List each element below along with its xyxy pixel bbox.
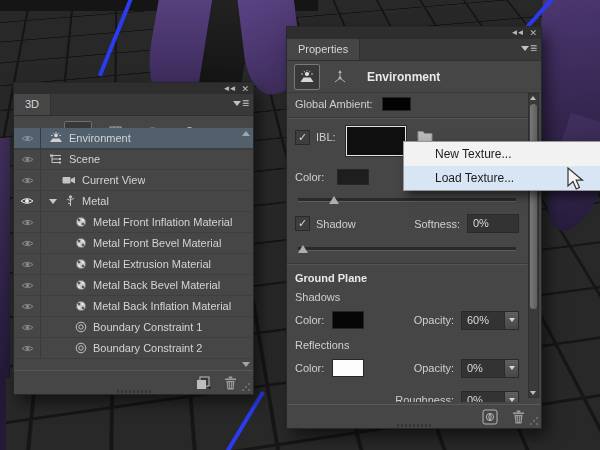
- environment-properties-button[interactable]: [294, 64, 320, 90]
- ibl-texture-well[interactable]: [346, 126, 406, 156]
- tree-row-label: Current View: [82, 174, 145, 186]
- 3d-panel-footer: [14, 370, 253, 394]
- ibl-color-swatch[interactable]: [337, 169, 369, 185]
- visibility-eye-icon[interactable]: [14, 317, 41, 337]
- trash-icon[interactable]: [224, 376, 237, 390]
- properties-footer: [287, 404, 541, 428]
- shadows-label: Shadows: [295, 291, 340, 303]
- tree-row-constraint[interactable]: Boundary Constraint 1: [14, 317, 253, 338]
- collapse-panel-icon[interactable]: ◄◄: [511, 29, 523, 37]
- coordinates-button[interactable]: [327, 64, 353, 90]
- 3d-panel: ◄◄ ✕ 3D ≡: [13, 82, 254, 395]
- close-panel-icon[interactable]: ✕: [529, 29, 537, 37]
- photoshop-3d-workspace: ◄◄ ✕ 3D ≡: [0, 0, 600, 450]
- gp-shadow-opacity-field[interactable]: 60%: [461, 311, 505, 330]
- tree-row-material[interactable]: Metal Back Bevel Material: [14, 275, 253, 296]
- scroll-up-icon[interactable]: [242, 131, 250, 136]
- shadow-checkbox[interactable]: ✓: [295, 216, 310, 231]
- material-sphere-icon: [75, 300, 87, 312]
- 3d-scene-tree: Environment Scene: [14, 128, 253, 359]
- gp-shadow-opacity-label: Opacity:: [414, 314, 454, 326]
- properties-body: Global Ambient: ✓ IBL: Color:: [287, 91, 541, 402]
- panel-resize-grip[interactable]: [528, 415, 540, 427]
- slider-thumb[interactable]: [298, 245, 308, 253]
- ibl-checkbox[interactable]: ✓: [295, 130, 310, 145]
- constraint-icon: [75, 342, 87, 354]
- menu-item-new-texture[interactable]: New Texture...: [404, 142, 600, 166]
- expand-collapse-triangle[interactable]: [49, 199, 57, 204]
- properties-titlebar[interactable]: ◄◄ ✕: [287, 27, 541, 39]
- tree-row-metal[interactable]: Metal: [14, 191, 253, 212]
- scrollbar-thumb[interactable]: [530, 104, 537, 309]
- panel-resize-grip[interactable]: [240, 381, 252, 393]
- tab-properties[interactable]: Properties: [287, 39, 360, 60]
- visibility-eye-icon[interactable]: [14, 212, 41, 232]
- scroll-down-icon[interactable]: [242, 362, 250, 367]
- tree-row-label: Environment: [69, 132, 131, 144]
- purple-3d-object: [0, 368, 6, 450]
- gp-shadow-color-swatch[interactable]: [332, 311, 364, 329]
- material-sphere-icon: [75, 237, 87, 249]
- render-sphere-icon[interactable]: [482, 409, 499, 425]
- gp-reflection-color-label: Color:: [295, 362, 324, 374]
- collapse-panel-icon[interactable]: ◄◄: [223, 85, 235, 93]
- tab-3d[interactable]: 3D: [14, 94, 51, 115]
- scroll-down-icon[interactable]: [530, 391, 536, 395]
- visibility-eye-icon[interactable]: [14, 275, 41, 295]
- gp-shadow-color-label: Color:: [295, 314, 324, 326]
- mouse-cursor: [566, 167, 586, 193]
- global-ambient-color-swatch[interactable]: [382, 97, 411, 111]
- properties-tabstrip: Properties ≡: [287, 39, 541, 61]
- visibility-eye-icon[interactable]: [14, 149, 41, 169]
- visibility-eye-icon[interactable]: [14, 233, 41, 253]
- roughness-field[interactable]: 0%: [461, 391, 505, 403]
- tree-row-material[interactable]: Metal Front Bevel Material: [14, 233, 253, 254]
- tree-row-constraint[interactable]: Boundary Constraint 2: [14, 338, 253, 359]
- environment-icon: [299, 70, 315, 84]
- scroll-up-icon[interactable]: [530, 96, 536, 100]
- roughness-dropdown[interactable]: [505, 391, 519, 403]
- mesh-object-icon: [65, 195, 76, 207]
- tree-row-label: Metal Extrusion Material: [93, 258, 211, 270]
- properties-header: Environment: [287, 61, 541, 93]
- gp-reflection-opacity-field[interactable]: 0%: [461, 359, 505, 378]
- softness-field[interactable]: 0%: [467, 214, 519, 233]
- shadow-softness-slider[interactable]: [298, 247, 516, 251]
- gp-shadow-opacity-dropdown[interactable]: [505, 311, 519, 330]
- tree-row-material[interactable]: Metal Extrusion Material: [14, 254, 253, 275]
- panel-menu-icon[interactable]: ≡: [233, 98, 249, 108]
- gp-reflection-opacity-dropdown[interactable]: [505, 359, 519, 378]
- tree-row-material[interactable]: Metal Back Inflation Material: [14, 296, 253, 317]
- gp-reflection-color-swatch[interactable]: [332, 359, 364, 377]
- 3d-panel-titlebar[interactable]: ◄◄ ✕: [14, 83, 253, 94]
- trash-icon[interactable]: [512, 410, 525, 424]
- tree-row-current-view[interactable]: Current View: [14, 170, 253, 191]
- tree-row-scene[interactable]: Scene: [14, 149, 253, 170]
- panel-menu-icon[interactable]: ≡: [521, 43, 537, 53]
- visibility-eye-icon[interactable]: [14, 254, 41, 274]
- visibility-eye-icon[interactable]: [14, 170, 41, 190]
- properties-scrollbar[interactable]: [528, 93, 539, 398]
- properties-panel: ◄◄ ✕ Properties ≡: [286, 26, 542, 429]
- ibl-color-label: Color:: [295, 171, 324, 183]
- panel-drag-handle[interactable]: [397, 424, 431, 427]
- roughness-label: Roughness:: [395, 394, 454, 402]
- slider-thumb[interactable]: [329, 196, 339, 204]
- tree-row-label: Metal Front Bevel Material: [93, 237, 221, 249]
- tree-row-material[interactable]: Metal Front Inflation Material: [14, 212, 253, 233]
- close-panel-icon[interactable]: ✕: [241, 85, 249, 93]
- visibility-eye-icon[interactable]: [14, 296, 41, 316]
- shadow-label: Shadow: [316, 218, 356, 230]
- material-sphere-icon: [75, 279, 87, 291]
- visibility-eye-icon[interactable]: [14, 128, 41, 148]
- tree-row-label: Metal Back Bevel Material: [93, 279, 220, 291]
- tree-row-label: Boundary Constraint 2: [93, 342, 202, 354]
- visibility-eye-icon[interactable]: [14, 191, 41, 211]
- new-item-icon[interactable]: [196, 376, 211, 390]
- ibl-intensity-slider[interactable]: [298, 198, 516, 202]
- coordinates-axes-icon: [333, 70, 347, 84]
- tree-row-label: Metal: [82, 195, 109, 207]
- visibility-eye-icon[interactable]: [14, 338, 41, 358]
- tree-row-environment[interactable]: Environment: [14, 128, 253, 149]
- panel-drag-handle[interactable]: [117, 390, 151, 393]
